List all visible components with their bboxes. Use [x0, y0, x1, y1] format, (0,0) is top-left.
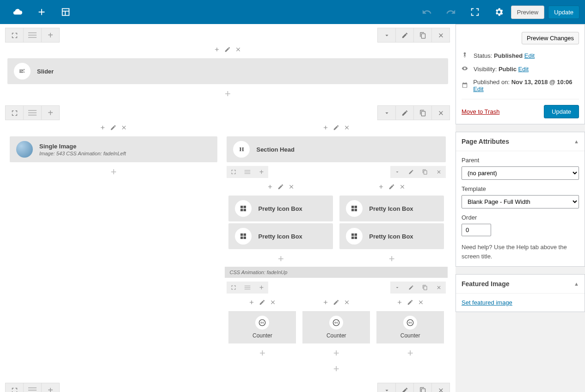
- columns-layout-icon[interactable]: [23, 28, 42, 43]
- settings-gear-button[interactable]: [487, 0, 511, 24]
- row-caret-icon[interactable]: [390, 166, 404, 178]
- add-element-button[interactable]: +: [375, 345, 446, 361]
- add-column-icon[interactable]: +: [41, 28, 60, 43]
- pretty-icon-box-element[interactable]: Pretty Icon Box: [228, 223, 333, 249]
- delete-row-icon[interactable]: [431, 105, 450, 120]
- col-edit-icon[interactable]: [405, 297, 415, 307]
- layout-button[interactable]: [54, 0, 78, 24]
- move-row-icon[interactable]: [5, 28, 24, 43]
- preview-changes-button[interactable]: Preview Changes: [522, 32, 579, 44]
- col-edit-icon[interactable]: [222, 44, 233, 55]
- add-column-icon[interactable]: +: [254, 282, 268, 294]
- add-element-button[interactable]: +: [301, 345, 372, 361]
- columns-layout-icon[interactable]: [23, 383, 42, 392]
- col-edit-icon[interactable]: [108, 122, 118, 133]
- move-row-icon[interactable]: [227, 282, 240, 294]
- col-delete-icon[interactable]: [268, 297, 278, 307]
- col-add-icon[interactable]: [98, 122, 108, 133]
- pretty-icon-box-element[interactable]: Pretty Icon Box: [339, 196, 444, 221]
- edit-row-icon[interactable]: [404, 282, 418, 294]
- fullscreen-button[interactable]: [463, 0, 487, 24]
- col-add-icon[interactable]: [320, 297, 331, 307]
- add-element-button[interactable]: +: [8, 164, 219, 180]
- row-caret-icon[interactable]: [390, 282, 404, 294]
- parent-select[interactable]: (no parent): [462, 166, 579, 180]
- counter-element[interactable]: Counter: [228, 311, 296, 343]
- move-row-icon[interactable]: [5, 383, 24, 392]
- redo-button[interactable]: [439, 0, 463, 24]
- section-head-element[interactable]: H Section Head: [227, 136, 446, 162]
- add-element-button[interactable]: +: [227, 345, 298, 361]
- page-attributes-toggle[interactable]: Page Attributes▲: [456, 132, 585, 151]
- col-delete-icon[interactable]: [416, 297, 426, 307]
- col-edit-icon[interactable]: [387, 182, 397, 192]
- col-delete-icon[interactable]: [397, 182, 407, 192]
- move-to-trash-link[interactable]: Move to Trash: [462, 108, 499, 115]
- counter-element[interactable]: Counter: [302, 311, 370, 343]
- add-column-icon[interactable]: +: [41, 105, 60, 120]
- add-column-icon[interactable]: +: [254, 166, 268, 178]
- col-add-icon[interactable]: [376, 182, 386, 192]
- col-delete-icon[interactable]: [342, 122, 352, 133]
- edit-visibility-link[interactable]: Edit: [518, 66, 529, 73]
- featured-image-panel: Featured Image▲ Set featured image: [456, 274, 585, 312]
- logo-cloud-icon[interactable]: [6, 0, 30, 24]
- col-add-icon[interactable]: [246, 297, 257, 307]
- col-edit-icon[interactable]: [257, 297, 267, 307]
- add-block-button[interactable]: [30, 0, 54, 24]
- delete-row-icon[interactable]: [431, 383, 450, 392]
- edit-row-icon[interactable]: [395, 28, 414, 43]
- row-caret-icon[interactable]: [377, 105, 396, 120]
- col-add-icon[interactable]: [394, 297, 405, 307]
- col-delete-icon[interactable]: [233, 44, 243, 55]
- col-add-icon[interactable]: [265, 182, 275, 192]
- columns-layout-icon[interactable]: [23, 105, 42, 120]
- template-select[interactable]: Blank Page - Full Width: [462, 195, 579, 208]
- edit-date-link[interactable]: Edit: [473, 86, 483, 92]
- clone-row-icon[interactable]: [418, 282, 432, 294]
- move-row-icon[interactable]: [5, 105, 24, 120]
- delete-row-icon[interactable]: [431, 28, 450, 43]
- col-edit-icon[interactable]: [331, 122, 341, 133]
- col-delete-icon[interactable]: [342, 297, 352, 307]
- row-caret-icon[interactable]: [377, 28, 396, 43]
- counter-element[interactable]: Counter: [376, 311, 444, 343]
- editor-canvas: + Slider + +: [0, 24, 456, 392]
- single-image-element[interactable]: Single Image Image: 543 CSS Animation: f…: [10, 136, 217, 162]
- col-add-icon[interactable]: [212, 44, 222, 55]
- add-element-button[interactable]: +: [225, 361, 448, 377]
- col-add-icon[interactable]: [320, 122, 331, 133]
- row-caret-icon[interactable]: [377, 383, 396, 392]
- col-edit-icon[interactable]: [331, 297, 341, 307]
- undo-button[interactable]: [415, 0, 439, 24]
- add-element-button[interactable]: +: [338, 251, 446, 267]
- update-button[interactable]: Update: [544, 105, 579, 118]
- delete-row-icon[interactable]: [432, 166, 446, 178]
- update-button-top[interactable]: Update: [548, 6, 579, 19]
- clone-row-icon[interactable]: [413, 383, 432, 392]
- featured-image-toggle[interactable]: Featured Image▲: [456, 275, 585, 294]
- edit-row-icon[interactable]: [404, 166, 418, 178]
- slider-element[interactable]: Slider: [7, 58, 448, 84]
- order-input[interactable]: [462, 224, 491, 236]
- move-row-icon[interactable]: [227, 166, 240, 178]
- col-delete-icon[interactable]: [286, 182, 296, 192]
- preview-button[interactable]: Preview: [511, 6, 544, 19]
- columns-layout-icon[interactable]: [240, 282, 254, 294]
- columns-layout-icon[interactable]: [240, 166, 254, 178]
- pretty-icon-box-element[interactable]: Pretty Icon Box: [228, 196, 333, 221]
- add-column-icon[interactable]: +: [41, 383, 60, 392]
- col-edit-icon[interactable]: [276, 182, 286, 192]
- clone-row-icon[interactable]: [413, 105, 432, 120]
- edit-status-link[interactable]: Edit: [524, 52, 535, 59]
- edit-row-icon[interactable]: [395, 383, 414, 392]
- pretty-icon-box-element[interactable]: Pretty Icon Box: [339, 223, 444, 249]
- clone-row-icon[interactable]: [418, 166, 432, 178]
- add-element-button[interactable]: +: [227, 251, 335, 267]
- delete-row-icon[interactable]: [432, 282, 446, 294]
- edit-row-icon[interactable]: [395, 105, 414, 120]
- set-featured-image-link[interactable]: Set featured image: [462, 299, 512, 306]
- add-element-button[interactable]: +: [6, 86, 450, 102]
- col-delete-icon[interactable]: [119, 122, 129, 133]
- clone-row-icon[interactable]: [413, 28, 432, 43]
